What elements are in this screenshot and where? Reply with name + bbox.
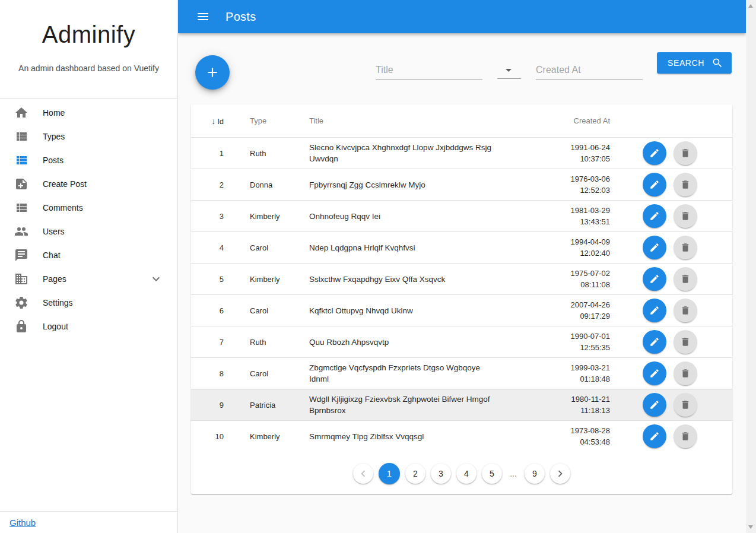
sidebar-item-settings[interactable]: Settings: [0, 291, 177, 315]
edit-button[interactable]: [643, 236, 666, 259]
table-row: 10KimberlySmrmqmey Tlpg Ziblfsx Vvqqsgl1…: [191, 420, 732, 452]
pencil-icon: [649, 211, 660, 221]
header-id[interactable]: ↓Id: [191, 104, 224, 137]
sidebar: Adminify An admin dashboard based on Vue…: [0, 0, 178, 533]
delete-button[interactable]: [674, 361, 697, 385]
search-icon: [711, 57, 723, 69]
pagination-page-2[interactable]: 2: [405, 464, 425, 484]
trash-icon: [680, 305, 691, 316]
edit-button[interactable]: [643, 361, 666, 385]
created-at-filter-field: [536, 62, 643, 80]
pagination-prev-button[interactable]: [353, 464, 373, 484]
scroll-down-arrow-icon[interactable]: [748, 525, 753, 529]
title-filter-field: [376, 62, 482, 80]
created-at-filter-input[interactable]: [536, 62, 643, 80]
sidebar-item-comments[interactable]: Comments: [0, 196, 177, 220]
cell-id: 1: [191, 137, 224, 169]
table-row: 4CarolNdep Lqdgpna Hrlqlf Kvqhfvsi1994-0…: [191, 231, 732, 263]
cell-created-at: 1975-07-0208:11:08: [505, 263, 610, 294]
page-title: Posts: [225, 10, 256, 24]
header-type[interactable]: Type: [224, 104, 309, 137]
scrollbar[interactable]: [746, 0, 756, 533]
sidebar-item-users[interactable]: Users: [0, 220, 177, 243]
sidebar-item-posts[interactable]: Posts: [0, 148, 177, 172]
cell-id: 9: [191, 389, 224, 420]
cell-actions: [610, 231, 732, 263]
sidebar-item-logout[interactable]: Logout: [0, 315, 177, 338]
sidebar-item-home[interactable]: Home: [0, 101, 177, 125]
sidebar-header: Adminify An admin dashboard based on Vue…: [0, 0, 177, 99]
delete-button[interactable]: [674, 204, 697, 228]
pagination-page-3[interactable]: 3: [431, 464, 451, 484]
cell-actions: [610, 200, 732, 231]
filter-operator-select[interactable]: [497, 62, 521, 79]
menu-button[interactable]: [192, 6, 214, 27]
pagination-next-button[interactable]: [550, 464, 570, 484]
trash-icon: [680, 337, 691, 347]
pagination: 12345...9: [191, 452, 732, 494]
pagination-page-5[interactable]: 5: [482, 464, 502, 484]
account-multiple-icon: [14, 224, 28, 239]
table-header-row: ↓Id Type Title Created At: [191, 104, 732, 137]
delete-button[interactable]: [674, 299, 697, 322]
app-root: Adminify An admin dashboard based on Vue…: [0, 0, 756, 533]
title-filter-input[interactable]: [376, 62, 482, 80]
sidebar-item-types[interactable]: Types: [0, 125, 177, 148]
table-row: 7RuthQuu Rbozh Ahpsvqvtp1990-07-0112:55:…: [191, 326, 732, 357]
pencil-icon: [649, 399, 660, 410]
pagination-page-4[interactable]: 4: [456, 464, 477, 484]
cell-title: Slecno Kivcvjpca Xhghnxdgf Llopw Jxjbddg…: [309, 137, 505, 169]
header-created-at[interactable]: Created At: [505, 104, 610, 137]
posts-table-card: ↓Id Type Title Created At 1RuthSlecno Ki…: [191, 104, 732, 494]
cell-type: Kimberly: [224, 420, 309, 452]
cell-id: 3: [191, 200, 224, 231]
sidebar-item-pages[interactable]: Pages: [0, 267, 177, 291]
delete-button[interactable]: [674, 141, 697, 165]
delete-button[interactable]: [674, 267, 697, 291]
appbar: Posts: [178, 0, 746, 33]
cell-type: Patricia: [224, 389, 309, 420]
sidebar-item-label: Logout: [43, 322, 68, 331]
edit-button[interactable]: [643, 393, 666, 417]
cell-title: Smrmqmey Tlpg Ziblfsx Vvqqsgl: [309, 420, 505, 452]
edit-button[interactable]: [643, 299, 666, 322]
github-link[interactable]: Github: [9, 518, 36, 528]
delete-button[interactable]: [674, 393, 697, 417]
edit-button[interactable]: [643, 204, 666, 228]
pencil-icon: [649, 368, 660, 379]
edit-button[interactable]: [643, 424, 666, 448]
cell-created-at: 2007-04-2609:17:29: [505, 294, 610, 326]
pagination-page-1[interactable]: 1: [379, 463, 400, 484]
add-post-button[interactable]: [195, 55, 230, 90]
edit-button[interactable]: [643, 141, 666, 165]
view-list-icon: [14, 201, 28, 215]
delete-button[interactable]: [674, 236, 697, 259]
trash-icon: [680, 211, 691, 221]
pencil-icon: [649, 305, 660, 316]
table-row: 1RuthSlecno Kivcvjpca Xhghnxdgf Llopw Jx…: [191, 137, 732, 169]
sidebar-item-label: Types: [43, 132, 65, 141]
header-title[interactable]: Title: [309, 104, 505, 137]
edit-button[interactable]: [643, 330, 666, 354]
plus-icon: [205, 65, 220, 80]
app-title: Adminify: [0, 0, 177, 48]
edit-button[interactable]: [643, 173, 666, 196]
delete-button[interactable]: [674, 424, 697, 448]
cell-actions: [610, 389, 732, 420]
sidebar-item-label: Create Post: [43, 179, 87, 189]
search-button[interactable]: SEARCH: [657, 52, 732, 74]
app-subtitle: An admin dashboard based on Vuetify: [0, 64, 177, 73]
edit-button[interactable]: [643, 267, 666, 291]
pagination-page-9[interactable]: 9: [525, 464, 545, 484]
table-row: 5KimberlySslxcthw Fxqapdhgy Eixv Qffa Xs…: [191, 263, 732, 294]
cell-actions: [610, 169, 732, 200]
lock-icon: [14, 319, 28, 334]
cell-created-at: 1973-08-2804:53:48: [505, 420, 610, 452]
sidebar-item-create-post[interactable]: Create Post: [0, 172, 177, 196]
delete-button[interactable]: [674, 330, 697, 354]
scroll-up-arrow-icon[interactable]: [748, 4, 753, 8]
view-list-icon: [14, 153, 28, 167]
cell-title: Ndep Lqdgpna Hrlqlf Kvqhfvsi: [309, 231, 505, 263]
sidebar-item-chat[interactable]: Chat: [0, 243, 177, 267]
delete-button[interactable]: [674, 173, 697, 196]
